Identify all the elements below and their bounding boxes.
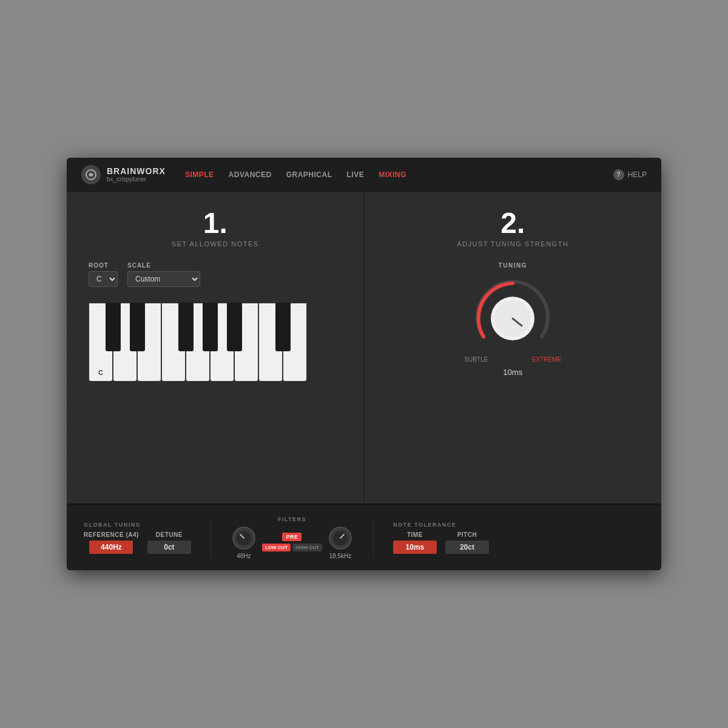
high-cut-knob-wrap: 18,5kHz — [327, 525, 354, 559]
plugin-container: BRAINWORX bx_crispytuner SIMPLE ADVANCED… — [67, 158, 661, 570]
panel-left: 1. SET ALLOWED NOTES ROOT C D E F G A B — [67, 192, 365, 504]
pitch-label: PITCH — [457, 531, 477, 538]
high-cut-freq: 18,5kHz — [329, 553, 352, 559]
brand-subtitle: bx_crispytuner — [107, 176, 166, 183]
note-tolerance-section: NOTE TOLERANCE TIME 10ms PITCH 20ct — [393, 522, 489, 554]
piano-keyboard: C — [89, 303, 307, 382]
brand-name: BRAINWORX — [107, 166, 166, 176]
nav-advanced[interactable]: ADVANCED — [229, 170, 272, 179]
time-label: TIME — [407, 531, 423, 538]
filters-section: FILTERS 48Hz PRE LOW CUT HIGH C — [231, 516, 354, 559]
root-group: ROOT C D E F G A B — [89, 262, 118, 287]
help-icon: ? — [613, 169, 624, 180]
root-label: ROOT — [89, 262, 118, 269]
low-cut-freq: 48Hz — [237, 553, 251, 559]
tuning-label: TUNING — [386, 262, 640, 269]
filters-row: 48Hz PRE LOW CUT HIGH CUT — [231, 525, 354, 559]
high-cut-button[interactable]: HIGH CUT — [292, 544, 322, 551]
main-content: 1. SET ALLOWED NOTES ROOT C D E F G A B — [67, 192, 661, 504]
nav-graphical[interactable]: GRAPHICAL — [286, 170, 332, 179]
reference-label: REFERENCE (A4) — [84, 531, 139, 538]
piano-keys: C — [89, 303, 307, 382]
step1-label: SET ALLOWED NOTES — [89, 240, 342, 248]
nav-simple[interactable]: SIMPLE — [185, 170, 214, 179]
bottom-bar: GLOBAL TUNING REFERENCE (A4) 440Hz DETUN… — [67, 504, 661, 570]
root-select[interactable]: C D E F G A B — [89, 271, 118, 287]
note-tolerance-title: NOTE TOLERANCE — [393, 522, 489, 528]
key-fs[interactable] — [178, 303, 194, 351]
pitch-value[interactable]: 20ct — [445, 541, 489, 554]
time-group: TIME 10ms — [393, 531, 437, 554]
reference-group: REFERENCE (A4) 440Hz — [84, 531, 139, 554]
filter-btns-row: LOW CUT HIGH CUT — [262, 544, 322, 551]
step2-number: 2. — [386, 209, 640, 238]
key-ds[interactable] — [130, 303, 145, 351]
scale-group: SCALE Custom Major Minor Chromatic — [127, 262, 200, 287]
header: BRAINWORX bx_crispytuner SIMPLE ADVANCED… — [67, 158, 661, 192]
root-scale-controls: ROOT C D E F G A B SCALE Custom — [89, 262, 342, 287]
reference-value[interactable]: 440Hz — [89, 541, 133, 554]
brand-logo-icon — [81, 165, 101, 184]
key-gs[interactable] — [203, 303, 218, 351]
scale-select[interactable]: Custom Major Minor Chromatic — [127, 271, 200, 287]
pitch-group: PITCH 20ct — [445, 531, 489, 554]
brand-area: BRAINWORX bx_crispytuner — [81, 165, 166, 184]
filters-title: FILTERS — [278, 516, 306, 522]
low-cut-knob-wrap: 48Hz — [231, 525, 257, 559]
panel-right: 2. ADJUST TUNING STRENGTH TUNING — [365, 192, 662, 504]
nav-live[interactable]: LIVE — [347, 170, 365, 179]
filter-buttons: PRE LOW CUT HIGH CUT — [262, 533, 322, 551]
note-c-label: C — [98, 369, 103, 376]
tuning-knob-value: 10ms — [503, 368, 522, 377]
note-tolerance-row: TIME 10ms PITCH 20ct — [393, 531, 489, 554]
detune-value[interactable]: 0ct — [147, 541, 191, 554]
scale-label: SCALE — [127, 262, 200, 269]
nav-items: SIMPLE ADVANCED GRAPHICAL LIVE MIXING — [185, 170, 613, 179]
key-cs[interactable] — [106, 303, 121, 351]
global-tuning-section: GLOBAL TUNING REFERENCE (A4) 440Hz DETUN… — [84, 522, 191, 554]
nav-mixing[interactable]: MIXING — [379, 170, 406, 179]
brand-text: BRAINWORX bx_crispytuner — [107, 166, 166, 183]
detune-label: DETUNE — [156, 531, 183, 538]
help-label: HELP — [628, 170, 647, 179]
key-as[interactable] — [227, 303, 242, 351]
global-tuning-title: GLOBAL TUNING — [84, 522, 191, 528]
help-button[interactable]: ? HELP — [613, 169, 647, 180]
pre-button[interactable]: PRE — [282, 533, 302, 541]
key-cs2[interactable] — [275, 303, 291, 351]
step2-label: ADJUST TUNING STRENGTH — [386, 240, 640, 248]
divider-2 — [373, 519, 374, 556]
high-cut-knob[interactable] — [327, 525, 354, 551]
detune-group: DETUNE 0ct — [147, 531, 191, 554]
low-cut-button[interactable]: LOW CUT — [262, 544, 291, 551]
time-value[interactable]: 10ms — [393, 541, 437, 554]
global-tuning-row: REFERENCE (A4) 440Hz DETUNE 0ct — [84, 531, 191, 554]
low-cut-knob[interactable] — [231, 525, 257, 551]
divider-1 — [211, 519, 211, 556]
tuning-knob-container: SUBTLE EXTREME 10ms — [464, 276, 561, 377]
tuning-knob[interactable] — [470, 276, 555, 361]
step1-number: 1. — [89, 209, 342, 238]
